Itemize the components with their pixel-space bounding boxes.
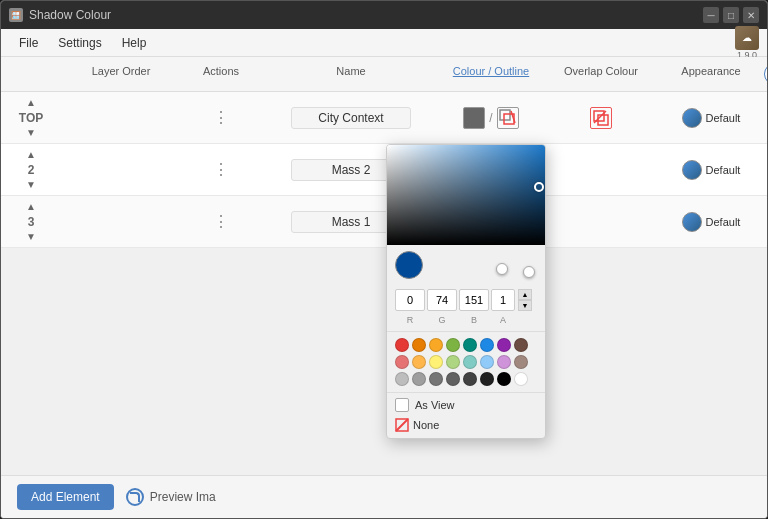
- row-index-3: ▲ 3 ▼: [1, 201, 61, 243]
- preset-light-brown[interactable]: [514, 355, 528, 369]
- r-label: R: [395, 315, 425, 325]
- preview-label: Preview Ima: [150, 490, 216, 504]
- version-badge: ☁ 1.9.0: [735, 26, 759, 60]
- gradient-picker[interactable]: [387, 145, 546, 245]
- as-view-checkbox[interactable]: [395, 398, 409, 412]
- row-index-top: ▲ TOP ▼: [1, 97, 61, 139]
- outline-svg-top: [499, 109, 517, 127]
- actions-cell-top: ⋮: [181, 108, 261, 127]
- region-button[interactable]: ⊕ Region: [764, 63, 767, 85]
- preset-light-purple[interactable]: [497, 355, 511, 369]
- appearance-cell-3: Default: [661, 212, 761, 232]
- title-bar: 🪟 Shadow Colour ─ □ ✕: [1, 1, 767, 29]
- overlap-svg-top: [592, 109, 610, 127]
- svg-rect-3: [594, 111, 604, 121]
- preset-purple[interactable]: [497, 338, 511, 352]
- rgba-inputs: ▲ ▼: [387, 285, 545, 315]
- preset-light-green[interactable]: [446, 355, 460, 369]
- app-window: 🪟 Shadow Colour ─ □ ✕ File Settings Help…: [0, 0, 768, 519]
- row-menu-top[interactable]: ⋮: [213, 108, 230, 127]
- main-content: Layer Order Actions Name Colour / Outlin…: [1, 57, 767, 518]
- divider-2: [387, 392, 545, 393]
- th-colour[interactable]: Colour / Outline: [441, 63, 541, 85]
- preview-image-button[interactable]: Preview Ima: [126, 488, 216, 506]
- preset-gray4[interactable]: [446, 372, 460, 386]
- table-row: ▲ TOP ▼ ⋮ /: [1, 92, 767, 144]
- row-menu-3[interactable]: ⋮: [213, 212, 230, 231]
- a-input[interactable]: [491, 289, 515, 311]
- menu-help[interactable]: Help: [112, 32, 157, 54]
- appearance-icon-2: [682, 160, 702, 180]
- menu-settings[interactable]: Settings: [48, 32, 111, 54]
- appearance-icon-3: [682, 212, 702, 232]
- name-cell-top: [261, 107, 441, 129]
- preset-light-blue[interactable]: [480, 355, 494, 369]
- preset-light-teal[interactable]: [463, 355, 477, 369]
- selected-color-preview: [395, 251, 423, 279]
- overlap-cell-top: [541, 107, 661, 129]
- hue-thumb: [496, 263, 508, 275]
- appearance-icon-top: [682, 108, 702, 128]
- colour-cell-top: /: [441, 107, 541, 129]
- maximize-button[interactable]: □: [723, 7, 739, 23]
- row-up-2[interactable]: ▲: [23, 149, 39, 161]
- preset-gray6[interactable]: [480, 372, 494, 386]
- preset-gray3[interactable]: [429, 372, 443, 386]
- none-row[interactable]: None: [387, 415, 545, 438]
- r-input[interactable]: [395, 289, 425, 311]
- preset-gray5[interactable]: [463, 372, 477, 386]
- spin-up[interactable]: ▲: [518, 289, 532, 300]
- preset-yellow[interactable]: [429, 338, 443, 352]
- preset-white[interactable]: [514, 372, 528, 386]
- close-button[interactable]: ✕: [743, 7, 759, 23]
- svg-rect-0: [500, 110, 510, 120]
- row-up-3[interactable]: ▲: [23, 201, 39, 213]
- actions-cell-3: ⋮: [181, 212, 261, 231]
- row-down-3[interactable]: ▼: [23, 231, 39, 243]
- b-input[interactable]: [459, 289, 489, 311]
- b-label: B: [459, 315, 489, 325]
- a-label: A: [491, 315, 515, 325]
- overlap-swatch-top[interactable]: [590, 107, 612, 129]
- alpha-thumb: [523, 266, 535, 278]
- row-down-2[interactable]: ▼: [23, 179, 39, 191]
- th-empty: [1, 63, 61, 85]
- preset-black[interactable]: [497, 372, 511, 386]
- preset-blue[interactable]: [480, 338, 494, 352]
- table-row-3: ▲ 3 ▼ ⋮ Default: [1, 196, 767, 248]
- preset-orange[interactable]: [412, 338, 426, 352]
- appearance-text-2: Default: [706, 164, 741, 176]
- preset-light-orange[interactable]: [412, 355, 426, 369]
- preset-brown[interactable]: [514, 338, 528, 352]
- minimize-button[interactable]: ─: [703, 7, 719, 23]
- row-menu-2[interactable]: ⋮: [213, 160, 230, 179]
- preset-light-red[interactable]: [395, 355, 409, 369]
- preset-light-yellow[interactable]: [429, 355, 443, 369]
- slider-column: [429, 264, 537, 267]
- row-down-top[interactable]: ▼: [23, 127, 39, 139]
- colour-swatch-top[interactable]: [463, 107, 485, 129]
- bottom-bar: Add Element Preview Ima: [1, 475, 767, 518]
- preset-gray2[interactable]: [412, 372, 426, 386]
- window-title: Shadow Colour: [29, 8, 111, 22]
- table-body: ▲ TOP ▼ ⋮ /: [1, 92, 767, 475]
- table-row-2: ▲ 2 ▼ ⋮ Default: [1, 144, 767, 196]
- name-input-top[interactable]: [291, 107, 411, 129]
- app-icon: 🪟: [9, 8, 23, 22]
- preset-gray1[interactable]: [395, 372, 409, 386]
- add-element-button[interactable]: Add Element: [17, 484, 114, 510]
- spin-down[interactable]: ▼: [518, 300, 532, 311]
- preset-green[interactable]: [446, 338, 460, 352]
- g-input[interactable]: [427, 289, 457, 311]
- rgba-spinners: ▲ ▼: [518, 289, 532, 311]
- as-view-row: As View: [387, 395, 545, 415]
- preset-red[interactable]: [395, 338, 409, 352]
- appearance-text-3: Default: [706, 216, 741, 228]
- row-up-top[interactable]: ▲: [23, 97, 39, 109]
- rgba-labels: R G B A: [387, 315, 545, 329]
- outline-box-top[interactable]: [497, 107, 519, 129]
- refresh-icon: [126, 488, 144, 506]
- menu-file[interactable]: File: [9, 32, 48, 54]
- preset-teal[interactable]: [463, 338, 477, 352]
- title-bar-left: 🪟 Shadow Colour: [9, 8, 111, 22]
